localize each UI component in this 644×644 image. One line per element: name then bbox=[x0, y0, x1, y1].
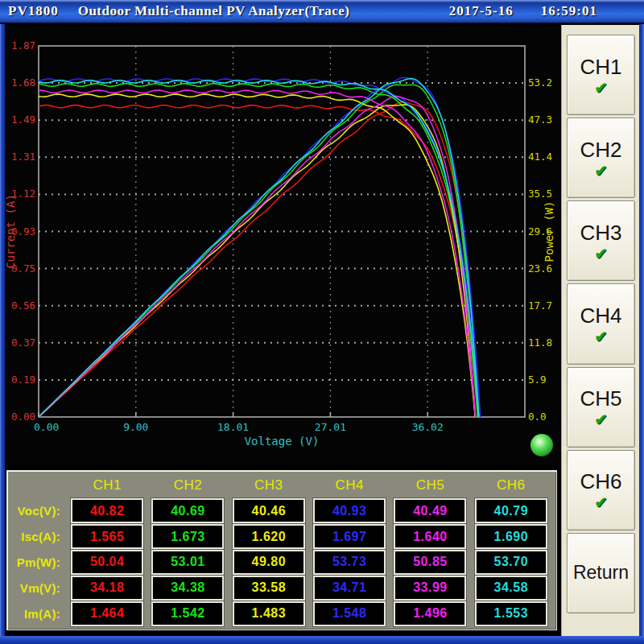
value-cell: 33.58 bbox=[233, 576, 305, 601]
row-label-vmv: Vm(V): bbox=[9, 581, 67, 595]
checkmark-icon: ✔ bbox=[595, 163, 608, 179]
row-label-ima: Im(A): bbox=[9, 607, 67, 621]
row-label-vocv: Voc(V): bbox=[9, 504, 67, 518]
button-label: Return bbox=[573, 562, 629, 584]
iv-curve-ch1 bbox=[39, 105, 479, 417]
left-tick-label: 0.00 bbox=[11, 411, 35, 423]
value-cell: 40.79 bbox=[475, 498, 547, 523]
iv-curve-ch3 bbox=[39, 94, 475, 417]
button-label: CH1 bbox=[580, 55, 621, 80]
x-tick-label: 18.01 bbox=[217, 421, 249, 433]
x-tick-label: 9.00 bbox=[123, 421, 148, 433]
checkmark-icon: ✔ bbox=[595, 495, 608, 510]
channel-button-ch4[interactable]: CH4✔ bbox=[567, 283, 635, 364]
page-title: Outdoor Multi-channel PV Analyzer(Trace) bbox=[78, 3, 350, 19]
left-tick-label: 0.37 bbox=[11, 336, 35, 349]
right-tick-label: 11.8 bbox=[528, 336, 552, 349]
pv-curve-ch3 bbox=[39, 105, 475, 417]
table-row: Im(A):1.4641.5421.4831.5481.4961.553 bbox=[9, 601, 551, 626]
table-row: Pm(W):50.0453.0149.8053.7350.8553.70 bbox=[9, 549, 551, 575]
value-cell: 40.46 bbox=[233, 498, 305, 523]
device-model: PV1800 bbox=[8, 3, 59, 19]
iv-pv-chart: 0.009.0018.0127.0136.02Voltage (V)1.871.… bbox=[5, 26, 560, 465]
right-axis-title: Power (W) bbox=[543, 201, 555, 262]
right-tick-label: 23.6 bbox=[528, 262, 552, 275]
right-tick-label: 0.0 bbox=[528, 411, 547, 423]
value-cell: 1.673 bbox=[151, 524, 224, 549]
app-window: PV1800 Outdoor Multi-channel PV Analyzer… bbox=[0, 0, 644, 644]
table-header-row: CH1CH2CH3CH4CH5CH6 bbox=[9, 473, 551, 498]
value-cell: 1.697 bbox=[313, 524, 386, 549]
value-cell: 1.620 bbox=[233, 524, 305, 549]
time-display: 16:59:01 bbox=[541, 3, 597, 19]
table-header-ch5: CH5 bbox=[390, 477, 470, 493]
channel-button-ch1[interactable]: CH1✔ bbox=[567, 35, 635, 115]
value-cell: 1.483 bbox=[233, 601, 305, 626]
chart-panel: 0.009.0018.0127.0136.02Voltage (V)1.871.… bbox=[5, 26, 560, 465]
value-cell: 53.01 bbox=[151, 550, 224, 575]
value-cell: 1.464 bbox=[71, 601, 143, 626]
value-cell: 1.640 bbox=[394, 524, 466, 549]
right-tick-label: 35.5 bbox=[528, 188, 552, 200]
window-border-bottom bbox=[0, 636, 644, 644]
value-cell: 1.690 bbox=[475, 524, 547, 549]
value-cell: 1.496 bbox=[394, 601, 466, 626]
left-axis-title: Current (A) bbox=[5, 194, 17, 269]
pv-curve-ch5 bbox=[39, 97, 476, 417]
table-row: Vm(V):34.1834.3833.5834.7133.9934.58 bbox=[9, 575, 551, 601]
measurement-table: CH1CH2CH3CH4CH5CH6Voc(V):40.8240.6940.46… bbox=[6, 470, 557, 630]
value-cell: 33.99 bbox=[394, 576, 466, 601]
value-cell: 40.49 bbox=[394, 498, 466, 523]
status-led bbox=[530, 434, 553, 456]
value-cell: 1.542 bbox=[151, 601, 224, 626]
value-cell: 34.58 bbox=[475, 576, 547, 601]
left-tick-label: 1.49 bbox=[11, 114, 35, 126]
right-tick-label: 41.4 bbox=[528, 151, 552, 163]
button-label: CH4 bbox=[580, 303, 621, 328]
table-header-ch4: CH4 bbox=[309, 477, 390, 493]
left-tick-label: 1.31 bbox=[11, 151, 35, 163]
value-cell: 53.70 bbox=[475, 550, 547, 575]
table-header-ch6: CH6 bbox=[471, 477, 551, 493]
table-header-ch1: CH1 bbox=[67, 477, 147, 493]
channel-button-ch2[interactable]: CH2✔ bbox=[567, 118, 635, 198]
table-header-ch3: CH3 bbox=[229, 477, 309, 493]
x-axis-ticks: 0.009.0018.0127.0136.02 bbox=[34, 412, 444, 433]
value-cell: 40.93 bbox=[313, 498, 386, 523]
button-label: CH6 bbox=[580, 469, 621, 494]
row-label-isca: Isc(A): bbox=[9, 530, 67, 543]
pv-curve-ch2 bbox=[39, 85, 477, 417]
button-label: CH5 bbox=[580, 386, 621, 411]
right-tick-label: 47.3 bbox=[528, 114, 552, 126]
x-axis-title: Voltage (V) bbox=[245, 435, 320, 448]
right-tick-label: 53.2 bbox=[528, 76, 552, 89]
channel-button-ch5[interactable]: CH5✔ bbox=[567, 367, 635, 448]
checkmark-icon: ✔ bbox=[595, 329, 608, 345]
table-row: Voc(V):40.8240.6940.4640.9340.4940.79 bbox=[9, 498, 551, 524]
x-tick-label: 36.02 bbox=[412, 421, 444, 433]
value-cell: 34.18 bbox=[71, 576, 143, 601]
window-border-right bbox=[639, 24, 644, 644]
channel-button-ch6[interactable]: CH6✔ bbox=[567, 450, 635, 530]
value-cell: 34.71 bbox=[313, 576, 386, 601]
x-tick-label: 27.01 bbox=[315, 421, 346, 433]
left-tick-label: 1.87 bbox=[11, 39, 35, 52]
value-cell: 53.73 bbox=[313, 550, 386, 575]
table-header-ch2: CH2 bbox=[147, 477, 228, 493]
right-tick-label: 17.7 bbox=[528, 299, 552, 312]
checkmark-icon: ✔ bbox=[595, 246, 608, 262]
value-cell: 40.82 bbox=[71, 498, 143, 523]
left-tick-label: 0.56 bbox=[11, 299, 35, 312]
value-cell: 1.553 bbox=[475, 601, 547, 626]
checkmark-icon: ✔ bbox=[595, 412, 608, 427]
right-tick-label: 5.9 bbox=[528, 374, 547, 386]
return-button[interactable]: Return bbox=[567, 533, 635, 613]
channel-button-ch3[interactable]: CH3✔ bbox=[567, 200, 635, 281]
value-cell: 34.38 bbox=[151, 576, 224, 601]
date-display: 2017-5-16 bbox=[449, 3, 514, 19]
row-label-pmw: Pm(W): bbox=[9, 555, 67, 569]
value-cell: 1.565 bbox=[71, 524, 143, 549]
value-cell: 1.548 bbox=[313, 601, 386, 626]
button-label: CH2 bbox=[580, 138, 621, 163]
table-row: Isc(A):1.5651.6731.6201.6971.6401.690 bbox=[9, 524, 551, 550]
